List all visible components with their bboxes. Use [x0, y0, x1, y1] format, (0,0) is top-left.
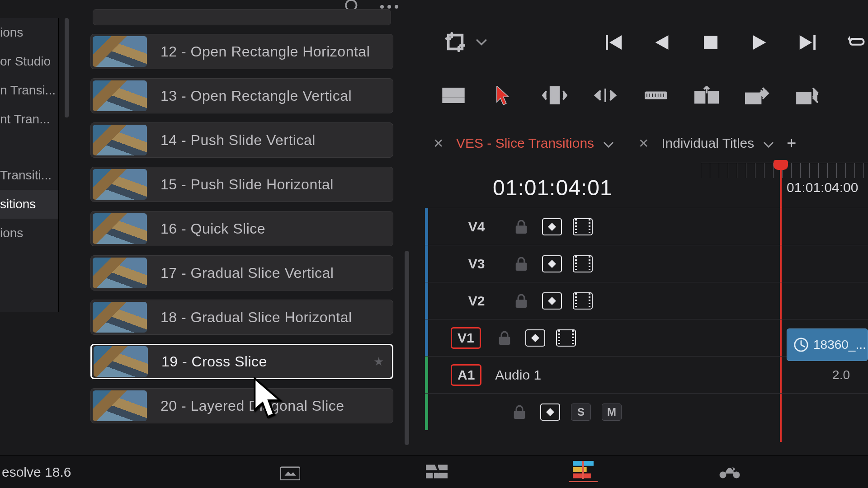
effect-item[interactable]: 18 - Gradual Slice Horizontal	[90, 300, 393, 335]
track-visible-icon[interactable]	[556, 329, 576, 347]
track-color-bar	[425, 245, 428, 282]
svg-rect-16	[663, 93, 664, 97]
effect-item[interactable]: 13 - Open Rectangle Vertical	[90, 78, 393, 113]
video-track-header[interactable]: V4	[425, 208, 868, 245]
track-visible-icon[interactable]	[573, 292, 593, 310]
auto-select-icon[interactable]	[525, 329, 545, 347]
auto-select-icon[interactable]	[542, 255, 562, 272]
timeline-tab[interactable]: Individual Titles	[659, 136, 757, 151]
track-visible-icon[interactable]	[573, 255, 593, 272]
effect-item[interactable]: 12 - Open Rectangle Horizontal	[90, 34, 393, 69]
selection-tool-icon[interactable]	[490, 84, 518, 107]
track-name[interactable]: A1	[451, 364, 481, 386]
svg-rect-11	[649, 93, 651, 97]
category-item[interactable]: Transiti...	[0, 161, 58, 190]
effect-item[interactable]: 16 - Quick Slice	[90, 211, 393, 246]
effect-label: 12 - Open Rectangle Horizontal	[160, 43, 370, 60]
track-color-bar	[425, 282, 428, 319]
loop-icon[interactable]	[846, 32, 868, 53]
timecode-display[interactable]: 01:01:04:01	[493, 175, 613, 200]
svg-rect-14	[657, 93, 659, 97]
transport-controls	[602, 32, 868, 53]
category-item-selected[interactable]: sitions	[0, 190, 58, 219]
favorite-star-icon[interactable]: ★	[373, 355, 384, 369]
effect-thumbnail	[93, 36, 147, 67]
blade-tool-icon[interactable]	[642, 84, 670, 107]
video-track-header[interactable]: V3	[425, 245, 868, 282]
track-name[interactable]: V1	[451, 327, 481, 349]
lock-icon[interactable]	[509, 404, 529, 421]
effects-top-strip[interactable]	[93, 9, 391, 25]
category-item[interactable]: or Studio	[0, 47, 58, 76]
version-label: esolve 18.6	[0, 465, 108, 480]
svg-rect-12	[652, 93, 653, 97]
video-track-header[interactable]: V2	[425, 282, 868, 319]
auto-select-icon[interactable]	[542, 292, 562, 310]
effect-label: 15 - Push Slide Horizontal	[160, 176, 334, 193]
add-timeline-icon[interactable]: +	[780, 134, 802, 153]
clip-label: 18360_...	[813, 338, 866, 352]
category-item[interactable]: ions	[0, 18, 58, 47]
fusion-page-icon[interactable]	[715, 462, 744, 482]
lock-icon[interactable]	[511, 218, 531, 235]
svg-rect-20	[761, 91, 766, 96]
close-tab-icon[interactable]: ✕	[429, 136, 447, 151]
auto-select-icon[interactable]	[540, 404, 560, 421]
skip-end-icon[interactable]	[797, 32, 819, 53]
solo-button[interactable]: S	[571, 404, 591, 421]
svg-point-2	[395, 5, 398, 9]
overwrite-tool-icon[interactable]	[743, 84, 771, 107]
lock-icon[interactable]	[495, 329, 514, 347]
lock-icon[interactable]	[511, 292, 531, 310]
svg-rect-34	[573, 467, 587, 472]
crop-tool-icon[interactable]	[445, 32, 466, 54]
trim-tool-icon[interactable]	[541, 84, 569, 107]
chevron-down-icon[interactable]	[763, 136, 774, 151]
effects-scrollbar[interactable]	[405, 251, 409, 445]
chevron-down-icon[interactable]	[476, 38, 487, 48]
track-name[interactable]: V2	[455, 293, 498, 309]
category-item[interactable]: ions	[0, 219, 58, 248]
cut-page-icon[interactable]	[422, 462, 451, 482]
effect-item[interactable]: 19 - Cross Slice★	[90, 344, 393, 379]
timeline-tabs: ✕ VES - Slice Transitions ✕ Individual T…	[429, 134, 802, 153]
effect-item[interactable]: 17 - Gradual Slice Vertical	[90, 255, 393, 291]
category-item[interactable]: nt Tran...	[0, 105, 58, 134]
track-name[interactable]: V4	[455, 219, 498, 235]
audio-track-controls: SM	[425, 393, 868, 430]
timeline-view-icon[interactable]	[439, 84, 467, 107]
stop-icon[interactable]	[700, 32, 722, 53]
mute-button[interactable]: M	[602, 404, 622, 421]
edit-page-icon[interactable]	[569, 462, 598, 482]
play-reverse-icon[interactable]	[651, 32, 673, 53]
chevron-down-icon[interactable]	[603, 136, 614, 151]
effect-label: 16 - Quick Slice	[160, 221, 265, 237]
effect-thumbnail	[93, 169, 147, 200]
effect-item[interactable]: 15 - Push Slide Horizontal	[90, 167, 393, 202]
media-page-icon[interactable]	[276, 462, 305, 482]
category-item[interactable]: n Transi...	[0, 76, 58, 105]
sidebar-scrollbar[interactable]	[65, 18, 69, 117]
effect-item[interactable]: 14 - Push Slide Vertical	[90, 122, 393, 158]
close-tab-icon[interactable]: ✕	[635, 136, 652, 151]
effect-label: 19 - Cross Slice	[161, 353, 267, 370]
effect-label: 18 - Gradual Slice Horizontal	[160, 309, 352, 326]
track-color-bar	[425, 394, 428, 430]
insert-tool-icon[interactable]	[693, 84, 721, 107]
video-clip[interactable]: 18360_...	[787, 328, 868, 361]
auto-select-icon[interactable]	[542, 218, 562, 235]
track-name[interactable]: V3	[455, 256, 498, 272]
track-visible-icon[interactable]	[573, 218, 593, 235]
svg-rect-18	[709, 92, 718, 103]
effect-thumbnail	[93, 258, 147, 288]
replace-tool-icon[interactable]	[794, 84, 822, 107]
effect-thumbnail	[93, 80, 147, 111]
svg-rect-17	[695, 92, 705, 103]
dynamic-trim-icon[interactable]	[591, 84, 619, 107]
play-icon[interactable]	[749, 32, 770, 53]
timeline-tab-active[interactable]: VES - Slice Transitions	[453, 136, 597, 151]
lock-icon[interactable]	[511, 255, 531, 272]
audio-track-header[interactable]: A1Audio 12.0	[425, 356, 868, 393]
effect-item[interactable]: 20 - Layered Diagonal Slice	[90, 388, 393, 423]
skip-start-icon[interactable]	[602, 32, 624, 53]
